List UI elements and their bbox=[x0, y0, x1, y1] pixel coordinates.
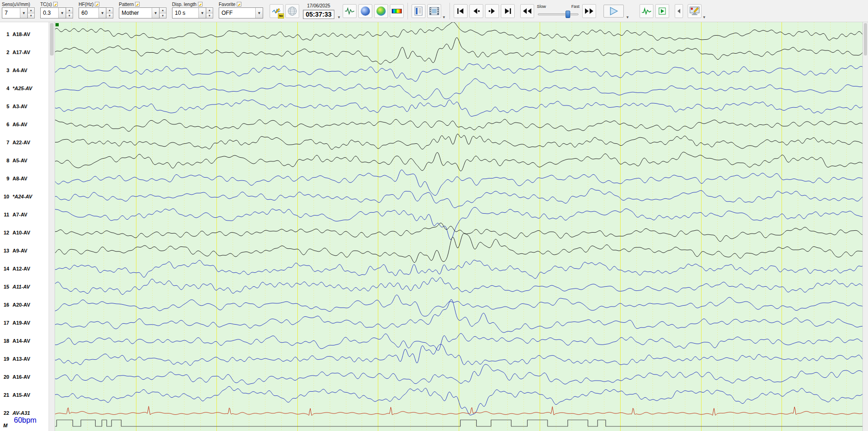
channel-row: 19A13-AV bbox=[0, 355, 49, 363]
channel-label[interactable]: AV-A31 bbox=[12, 410, 30, 416]
step-forward-button[interactable] bbox=[485, 4, 499, 18]
channel-number: 12 bbox=[0, 230, 9, 235]
notch-badge: 50 bbox=[278, 13, 284, 18]
pattern-select[interactable]: Mother▼ bbox=[119, 7, 160, 18]
channel-number: 11 bbox=[0, 212, 9, 217]
speed-slider-thumb[interactable] bbox=[566, 11, 570, 18]
chevron-down-icon[interactable]: ▼ bbox=[58, 8, 66, 18]
chevron-down-icon[interactable]: ▼ bbox=[255, 8, 263, 18]
channel-label[interactable]: A22-AV bbox=[12, 140, 30, 145]
sensitivity-control: Sens(uV/mm) 7▼ ▲▼ bbox=[2, 1, 35, 18]
green-trace-button[interactable] bbox=[640, 4, 653, 18]
brain-map-button[interactable] bbox=[358, 4, 372, 18]
edit-icon[interactable] bbox=[135, 2, 140, 6]
goto-end-button[interactable] bbox=[501, 4, 515, 18]
display-length-stepper[interactable]: ▲▼ bbox=[206, 7, 213, 18]
waveform-canvas[interactable] bbox=[55, 22, 862, 431]
channel-label[interactable]: A19-AV bbox=[12, 320, 30, 326]
channel-label[interactable]: A5-AV bbox=[12, 158, 27, 163]
channel-row: 12A10-AV bbox=[0, 229, 49, 236]
hf-stepper[interactable]: ▲▼ bbox=[106, 7, 113, 18]
channel-number: 5 bbox=[0, 104, 9, 109]
montage-map-button[interactable] bbox=[285, 4, 299, 18]
right-scrollbar-thumb[interactable] bbox=[864, 23, 867, 55]
fast-forward-button[interactable] bbox=[582, 4, 596, 18]
channel-number: 19 bbox=[0, 356, 9, 362]
channel-label[interactable]: A16-AV bbox=[12, 374, 30, 380]
edit-icon[interactable] bbox=[53, 2, 58, 6]
channel-label[interactable]: A18-AV bbox=[12, 31, 30, 37]
chevron-down-icon[interactable]: ▼ bbox=[198, 8, 206, 18]
play-options-arrow[interactable]: ▼ bbox=[626, 15, 629, 19]
channel-label[interactable]: *A24-AV bbox=[12, 194, 32, 199]
edit-icon[interactable] bbox=[198, 2, 203, 6]
right-scrollbar[interactable] bbox=[862, 22, 868, 431]
channel-label[interactable]: A13-AV bbox=[12, 356, 30, 362]
sensitivity-stepper[interactable]: ▲▼ bbox=[28, 7, 35, 18]
channel-label[interactable]: A9-AV bbox=[12, 248, 27, 253]
channel-row: 20A16-AV bbox=[0, 373, 49, 381]
report-panel-button[interactable] bbox=[412, 4, 425, 18]
channel-number: 6 bbox=[0, 122, 9, 127]
channel-label[interactable]: A6-AV bbox=[12, 122, 27, 127]
brain-map-color-button[interactable] bbox=[374, 4, 388, 18]
fast-label: Fast bbox=[571, 4, 579, 10]
datetime-display: 17/06/2025 05:37:33 bbox=[303, 3, 334, 19]
pattern-stepper[interactable]: ▲▼ bbox=[160, 7, 166, 18]
channel-row: 3A4-AV bbox=[0, 67, 49, 74]
tc-stepper[interactable]: ▲▼ bbox=[66, 7, 73, 18]
speed-slider: Slow Fast bbox=[537, 4, 579, 18]
left-scrollbar[interactable] bbox=[49, 22, 55, 431]
video-button[interactable] bbox=[427, 4, 441, 18]
speed-slider-track[interactable] bbox=[537, 10, 579, 18]
left-scrollbar-thumb[interactable] bbox=[50, 23, 54, 55]
sensitivity-select[interactable]: 7▼ bbox=[2, 7, 28, 18]
channel-number: 7 bbox=[0, 140, 9, 145]
channel-number: 2 bbox=[0, 49, 9, 55]
channel-label[interactable]: A17-AV bbox=[12, 49, 30, 55]
settings-options-arrow[interactable]: ▼ bbox=[702, 15, 706, 19]
channel-row: 7A22-AV bbox=[0, 139, 49, 146]
time-options-arrow[interactable]: ▼ bbox=[337, 15, 341, 19]
channel-row: 17A19-AV bbox=[0, 319, 49, 326]
goto-start-button[interactable] bbox=[454, 4, 468, 18]
skip-start-icon bbox=[456, 8, 465, 14]
rewind-button[interactable] bbox=[520, 4, 534, 18]
favorite-select[interactable]: OFF▼ bbox=[219, 7, 263, 18]
chevron-down-icon[interactable]: ▼ bbox=[20, 8, 27, 18]
channel-label[interactable]: A12-AV bbox=[12, 266, 30, 271]
channel-label[interactable]: A11-AV bbox=[12, 284, 30, 289]
brain-map-icon bbox=[361, 6, 370, 16]
tc-select[interactable]: 0.3▼ bbox=[40, 7, 66, 18]
hf-select[interactable]: 60▼ bbox=[79, 7, 106, 18]
channel-label[interactable]: A20-AV bbox=[12, 302, 30, 308]
channel-label[interactable]: A7-AV bbox=[12, 212, 27, 217]
channel-label[interactable]: A14-AV bbox=[12, 338, 30, 344]
channel-label[interactable]: A10-AV bbox=[12, 230, 30, 235]
collapse-panel-button[interactable] bbox=[675, 4, 683, 18]
colormap-button[interactable] bbox=[390, 4, 404, 18]
chevron-down-icon[interactable]: ▼ bbox=[152, 8, 159, 18]
channel-label[interactable]: *A25-AV bbox=[12, 86, 32, 91]
trace-icon bbox=[345, 7, 355, 15]
notch-filter-button[interactable]: 50 bbox=[270, 4, 283, 18]
step-forward-icon bbox=[488, 8, 496, 14]
display-length-select[interactable]: 10 s▼ bbox=[172, 7, 206, 18]
video-options-arrow[interactable]: ▼ bbox=[442, 15, 446, 19]
play-button[interactable] bbox=[603, 5, 624, 18]
channel-label[interactable]: A8-AV bbox=[12, 176, 27, 181]
channel-number: 8 bbox=[0, 158, 9, 163]
channel-label[interactable]: A4-AV bbox=[12, 68, 27, 73]
edit-icon[interactable] bbox=[95, 2, 99, 6]
step-back-button[interactable] bbox=[469, 4, 483, 18]
channel-label[interactable]: A3-AV bbox=[12, 104, 27, 109]
time-text: 05:37:33 bbox=[303, 10, 334, 19]
green-play-button[interactable] bbox=[655, 4, 669, 18]
edit-icon[interactable] bbox=[237, 2, 241, 6]
chevron-down-icon[interactable]: ▼ bbox=[98, 8, 106, 18]
trace-view-button[interactable] bbox=[343, 4, 357, 18]
report-icon bbox=[414, 6, 423, 16]
settings-monitor-button[interactable] bbox=[688, 4, 702, 18]
channel-label[interactable]: A15-AV bbox=[12, 392, 30, 398]
channel-number: 4 bbox=[0, 86, 9, 91]
